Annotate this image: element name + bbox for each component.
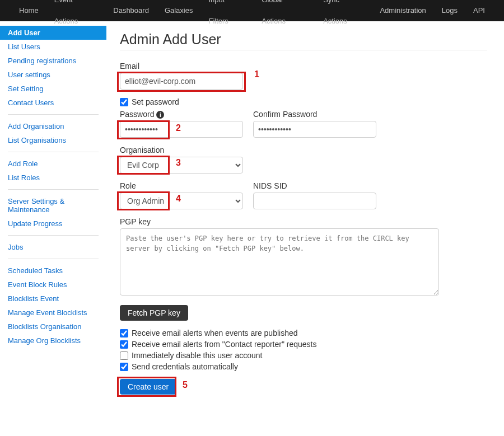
sidebar-divider <box>8 189 99 190</box>
option-label: Receive email alerts from "Contact repor… <box>132 340 317 349</box>
checkbox-row: Immediately disable this user account <box>120 351 487 360</box>
sidebar-item[interactable]: Set Setting <box>8 82 106 96</box>
confirm-password-field[interactable] <box>253 121 376 138</box>
annotation-number-1: 1 <box>254 69 259 79</box>
sidebar-item[interactable]: List Users <box>8 40 106 54</box>
confirm-password-label: Confirm Password <box>253 110 376 119</box>
organisation-select[interactable]: Evil Corp <box>120 157 243 174</box>
sidebar-item[interactable]: Update Progress <box>8 217 106 231</box>
topnav-item[interactable]: API <box>465 0 493 21</box>
sidebar-item[interactable]: Contact Users <box>8 96 106 110</box>
create-user-button[interactable]: Create user <box>120 379 176 395</box>
option-checkbox[interactable] <box>120 329 128 337</box>
sidebar-item[interactable]: User settings <box>8 68 106 82</box>
email-field[interactable] <box>120 73 243 90</box>
divider <box>120 50 487 50</box>
main-content: Admin Add User Email 1 Set password Pass… <box>106 21 504 417</box>
sidebar-item[interactable]: List Organisations <box>8 133 106 147</box>
sidebar-item[interactable]: Manage Event Blocklists <box>8 306 106 320</box>
password-field[interactable] <box>120 121 243 138</box>
organisation-label: Organisation <box>120 146 487 154</box>
sidebar-item[interactable]: Manage Org Blocklists <box>8 334 106 348</box>
set-password-label: Set password <box>132 97 179 106</box>
topnav-item[interactable]: Home <box>11 0 46 21</box>
checkbox-row: Receive email alerts when events are pub… <box>120 329 487 337</box>
option-checkbox[interactable] <box>120 363 128 371</box>
sidebar-item[interactable]: Blocklists Organisation <box>8 320 106 334</box>
sidebar-divider <box>8 114 99 115</box>
pgp-label: PGP key <box>120 217 487 226</box>
sidebar-item[interactable]: List Roles <box>8 171 106 185</box>
sidebar-item[interactable]: Pending registrations <box>8 54 106 68</box>
option-label: Receive email alerts when events are pub… <box>132 329 298 337</box>
option-label: Immediately disable this user account <box>132 351 262 360</box>
topnav-item[interactable]: Logs <box>434 0 465 21</box>
sidebar: Add UserList UsersPending registrationsU… <box>0 21 106 417</box>
role-select[interactable]: Org Admin <box>120 193 243 209</box>
top-nav: HomeEvent ActionsDashboardGalaxiesInput … <box>0 0 504 21</box>
sidebar-divider <box>8 259 99 259</box>
topnav-item[interactable]: Galaxies <box>157 0 201 21</box>
page-title: Admin Add User <box>120 31 487 48</box>
option-checkbox[interactable] <box>120 340 128 349</box>
pgp-textarea[interactable] <box>120 228 439 296</box>
topnav-item[interactable]: Administration <box>372 0 433 21</box>
checkbox-list: Receive email alerts when events are pub… <box>120 329 487 371</box>
sidebar-item[interactable]: Add Organisation <box>8 119 106 133</box>
password-label: Password i <box>120 110 243 119</box>
sidebar-item[interactable]: Jobs <box>8 240 106 254</box>
sidebar-item[interactable]: Scheduled Tasks <box>8 264 106 278</box>
annotation-number-5: 5 <box>183 380 188 390</box>
sidebar-item[interactable]: Event Block Rules <box>8 278 106 292</box>
checkbox-row: Send credentials automatically <box>120 362 487 371</box>
topnav-item[interactable]: Dashboard <box>105 0 157 21</box>
option-label: Send credentials automatically <box>132 362 238 371</box>
role-label: Role <box>120 181 243 190</box>
sidebar-item[interactable]: Add User <box>0 26 106 40</box>
email-label: Email <box>120 62 487 71</box>
info-icon: i <box>156 111 164 119</box>
fetch-pgp-button[interactable]: Fetch PGP key <box>120 305 188 321</box>
sidebar-divider <box>8 235 99 236</box>
sidebar-item[interactable]: Blocklists Event <box>8 292 106 306</box>
sidebar-item[interactable]: Add Role <box>8 157 106 171</box>
nids-sid-field[interactable] <box>253 193 376 209</box>
set-password-checkbox[interactable] <box>120 98 128 106</box>
option-checkbox[interactable] <box>120 351 128 360</box>
nids-sid-label: NIDS SID <box>253 181 376 190</box>
checkbox-row: Receive email alerts from "Contact repor… <box>120 340 487 349</box>
sidebar-item[interactable]: Server Settings & Maintenance <box>8 194 106 217</box>
sidebar-divider <box>8 152 99 152</box>
